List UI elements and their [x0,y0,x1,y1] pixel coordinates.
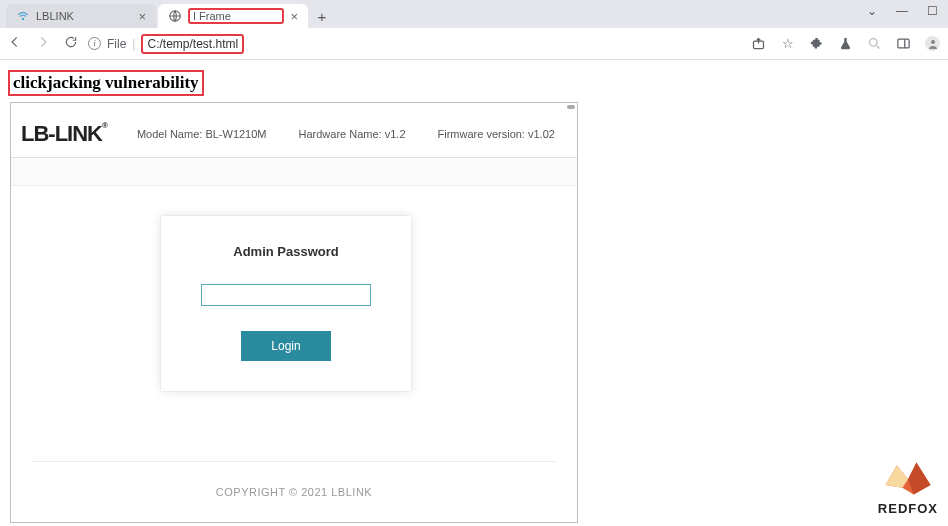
firmware-version: Firmware version: v1.02 [438,128,555,140]
minimize-icon[interactable]: — [894,4,910,18]
search-icon[interactable] [867,36,882,51]
url-divider: | [132,37,135,51]
reload-icon[interactable] [64,35,78,53]
tab-lblink[interactable]: LBLINK × [6,4,156,28]
info-icon[interactable]: i [88,37,101,50]
page-title: clickjacking vulnerability [8,70,204,96]
url-path: C:/temp/test.html [141,34,244,54]
share-icon[interactable] [751,36,766,51]
svg-point-3 [870,39,878,47]
profile-avatar[interactable] [925,36,940,51]
extensions-icon[interactable] [809,36,824,51]
subheader-bar [11,158,577,186]
toolbar-right: ☆ [751,36,940,51]
forward-icon[interactable] [36,35,50,53]
url-scheme: File [107,37,126,51]
redfox-watermark: REDFOX [878,454,938,516]
tab-iframe[interactable]: I Frame × [158,4,308,28]
login-title: Admin Password [181,244,391,259]
login-card: Admin Password Login [161,216,411,391]
login-button[interactable]: Login [241,331,331,361]
model-name: Model Name: BL-W1210M [137,128,267,140]
browser-tab-bar: LBLINK × I Frame × + ⌄ — ☐ [0,0,948,28]
maximize-icon[interactable]: ☐ [924,4,940,18]
svg-point-0 [22,18,23,19]
globe-icon [168,9,182,23]
hardware-name: Hardware Name: v1.2 [299,128,406,140]
login-area: Admin Password Login [11,186,577,401]
back-icon[interactable] [8,35,22,53]
tab-title: LBLINK [36,10,132,22]
window-controls: ⌄ — ☐ [864,4,940,18]
star-icon[interactable]: ☆ [780,36,795,51]
fox-icon [878,454,938,499]
address-bar: i File | C:/temp/test.html ☆ [0,28,948,60]
router-header: LB-LINK® Model Name: BL-W1210M Hardware … [11,103,577,158]
wifi-icon [16,9,30,23]
iframe-container: LB-LINK® Model Name: BL-W1210M Hardware … [10,102,578,523]
device-info: Model Name: BL-W1210M Hardware Name: v1.… [137,128,555,140]
labs-icon[interactable] [838,36,853,51]
new-tab-button[interactable]: + [310,4,334,28]
svg-point-6 [931,40,935,44]
close-icon[interactable]: × [138,9,146,24]
url-box[interactable]: i File | C:/temp/test.html [88,34,244,54]
nav-controls [8,35,78,53]
password-field[interactable] [201,284,371,306]
brand-logo: LB-LINK® [21,121,107,147]
page-content: clickjacking vulnerability LB-LINK® Mode… [0,60,948,526]
tab-title: I Frame [188,8,284,24]
chevron-down-icon[interactable]: ⌄ [864,4,880,18]
copyright: COPYRIGHT © 2021 LBLINK [11,462,577,522]
sidepanel-icon[interactable] [896,36,911,51]
svg-rect-4 [898,39,909,48]
watermark-text: REDFOX [878,501,938,516]
close-icon[interactable]: × [290,9,298,24]
